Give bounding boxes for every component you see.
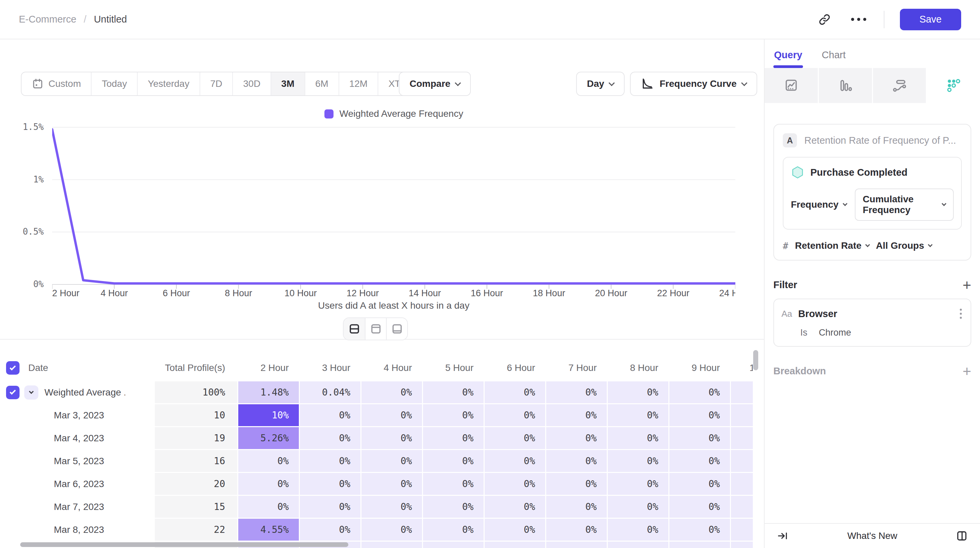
range-30d[interactable]: 30D <box>232 72 270 95</box>
range-3m[interactable]: 3M <box>270 72 305 95</box>
whats-new-link[interactable]: What's New <box>847 530 897 541</box>
retention-cell: 4.55% <box>237 519 299 541</box>
analysis-type-tabs <box>765 68 980 103</box>
add-breakdown-button[interactable]: + <box>963 366 971 376</box>
frequency-dropdown[interactable]: Frequency <box>791 199 847 210</box>
chart-legend[interactable]: Weighted Average Frequency <box>52 108 735 119</box>
filter-property-row[interactable]: Aa Browser <box>781 307 963 320</box>
funnels-analysis-tab[interactable] <box>819 68 873 103</box>
table-horizontal-scrollbar[interactable] <box>20 542 348 547</box>
event-selector[interactable]: Purchase Completed <box>791 166 954 179</box>
save-button[interactable]: Save <box>900 9 961 30</box>
retention-cell: 0% <box>668 427 730 449</box>
header-hour-col[interactable]: 6 Hour <box>484 363 545 373</box>
frequency-type-label: Cumulative Frequency <box>863 194 937 215</box>
filter-value[interactable]: Chrome <box>819 328 851 338</box>
frequency-type-dropdown[interactable]: Cumulative Frequency <box>855 188 954 221</box>
table-row[interactable]: Weighted Average ...100%1.48%0.04%0%0%0%… <box>0 381 764 403</box>
header-hour-col[interactable]: 7 Hour <box>545 363 607 373</box>
frequency-curve-icon <box>641 77 654 91</box>
more-options-button[interactable] <box>850 10 868 29</box>
retention-cell: 0% <box>545 381 607 403</box>
number-icon: # <box>783 241 788 251</box>
interval-button[interactable]: Day <box>576 72 625 96</box>
retention-cell-truncated <box>730 381 753 403</box>
measure-dropdown[interactable]: Retention Rate <box>795 241 869 251</box>
tab-chart[interactable]: Chart <box>822 49 846 68</box>
retention-cell: 0% <box>360 496 422 518</box>
y-tick-label: 0% <box>6 279 44 289</box>
event-box: Purchase Completed Frequency Cumulative … <box>783 157 962 229</box>
x-tick-label: 16 Hour <box>471 288 503 298</box>
table-row[interactable]: Mar 7, 2023150%0%0%0%0%0%0%0% <box>0 496 764 518</box>
range-6m[interactable]: 6M <box>305 72 339 95</box>
insights-icon <box>784 78 799 93</box>
range-12m[interactable]: 12M <box>339 72 378 95</box>
filter-heading: Filter <box>773 279 797 290</box>
header-date[interactable]: Date <box>28 363 48 373</box>
retention-cell: 0% <box>237 496 299 518</box>
range-label: Today <box>102 78 127 89</box>
row-checkbox[interactable] <box>6 386 19 399</box>
query-step-card: A Retention Rate of Frequency of P... Pu… <box>773 124 971 261</box>
header-hour-col[interactable]: 8 Hour <box>607 363 668 373</box>
retention-cell-truncated <box>730 404 753 426</box>
table-row[interactable]: Mar 5, 2023160%0%0%0%0%0%0%0% <box>0 450 764 472</box>
add-filter-button[interactable]: + <box>963 280 971 290</box>
table-row[interactable]: Mar 3, 20231010%0%0%0%0%0%0%0% <box>0 404 764 426</box>
retention-cell: 0% <box>422 381 484 403</box>
header-total-profiles[interactable]: Total Profile(s) <box>155 363 237 373</box>
tab-query[interactable]: Query <box>774 49 802 68</box>
x-tick-label: 24 Hour <box>719 288 735 298</box>
toggle-side-panel-button[interactable] <box>952 526 971 545</box>
flows-analysis-tab[interactable] <box>873 68 927 103</box>
copy-link-button[interactable] <box>815 10 834 29</box>
filter-options-button[interactable] <box>958 307 963 320</box>
collapse-panel-button[interactable] <box>773 526 792 545</box>
header-hour-col[interactable]: 2 Hour <box>237 363 299 373</box>
expand-row-button[interactable] <box>24 386 38 400</box>
groups-dropdown[interactable]: All Groups <box>876 241 932 251</box>
retention-analysis-tab[interactable] <box>927 68 980 103</box>
range-label: 6M <box>315 78 328 89</box>
y-tick-label: 1% <box>6 174 44 185</box>
table-row[interactable]: Mar 6, 2023200%0%0%0%0%0%0%0% <box>0 473 764 495</box>
x-tick-label: 6 Hour <box>163 288 190 298</box>
header-hour-col-truncated[interactable]: 10 Hour <box>749 363 753 373</box>
insights-analysis-tab[interactable] <box>765 68 819 103</box>
range-yesterday[interactable]: Yesterday <box>137 72 200 95</box>
retention-cell-truncated <box>730 473 753 495</box>
layout-table-only-toggle[interactable] <box>386 318 407 339</box>
range-7d[interactable]: 7D <box>200 72 232 95</box>
table-vertical-scrollbar[interactable] <box>753 350 758 370</box>
header-hour-col[interactable]: 3 Hour <box>299 363 360 373</box>
frequency-curve-chart[interactable]: 2 Hour4 Hour6 Hour8 Hour10 Hour12 Hour14… <box>52 124 735 306</box>
chevron-down-icon <box>928 242 932 247</box>
table-row[interactable]: Mar 4, 2023195.26%0%0%0%0%0%0%0% <box>0 427 764 449</box>
layout-split-toggle[interactable] <box>344 318 365 339</box>
retention-cell: 0% <box>607 496 668 518</box>
step-title-input[interactable]: Retention Rate of Frequency of P... <box>804 135 956 146</box>
interval-label: Day <box>587 78 604 89</box>
retention-cell: 0% <box>299 473 360 495</box>
row-checkbox[interactable] <box>6 361 19 374</box>
frequency-line-series <box>52 129 735 284</box>
range-custom[interactable]: Custom <box>22 72 91 95</box>
layout-chart-only-toggle[interactable] <box>365 318 386 339</box>
y-tick-label: 1.5% <box>6 122 44 132</box>
retention-cell: 0% <box>668 404 730 426</box>
chart-style-button[interactable]: Frequency Curve <box>630 72 757 96</box>
breadcrumb-project[interactable]: E-Commerce <box>19 14 76 25</box>
range-today[interactable]: Today <box>91 72 137 95</box>
retention-cell: 0.04% <box>299 381 360 403</box>
layout-toggle-group <box>343 317 408 340</box>
header-hour-col[interactable]: 4 Hour <box>360 363 422 373</box>
compare-button[interactable]: Compare <box>399 72 471 96</box>
header-divider <box>884 11 885 28</box>
event-hexagon-icon <box>791 166 804 179</box>
header-hour-col[interactable]: 9 Hour <box>668 363 730 373</box>
filter-operator[interactable]: Is <box>800 328 807 338</box>
breadcrumb-report-name[interactable]: Untitled <box>94 14 127 25</box>
header-hour-col[interactable]: 5 Hour <box>422 363 484 373</box>
table-row[interactable]: Mar 8, 2023224.55%0%0%0%0%0%0%0% <box>0 519 764 541</box>
